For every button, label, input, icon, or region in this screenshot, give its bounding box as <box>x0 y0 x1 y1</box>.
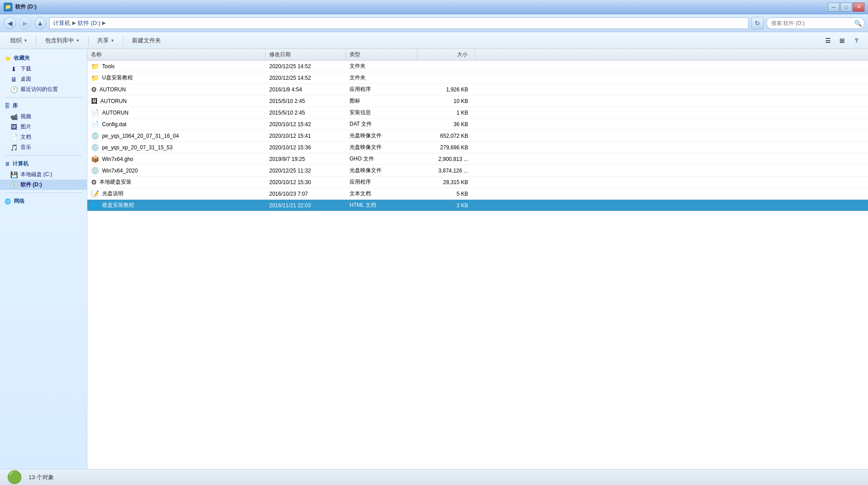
file-cell-size: 28,315 KB <box>417 177 475 188</box>
file-icon-folder: 📁 <box>91 62 99 70</box>
maximize-button[interactable]: □ <box>840 3 852 12</box>
new-folder-button[interactable]: 新建文件夹 <box>127 34 166 47</box>
table-row[interactable]: 📝 光盘说明 2016/10/23 7:07 文本文档 5 KB <box>87 188 868 200</box>
sidebar-favorites-header[interactable]: ⭐ 收藏夹 <box>0 53 87 64</box>
file-cell-size: 652,072 KB <box>417 130 475 141</box>
file-icon-txt: 📝 <box>91 190 99 198</box>
file-name-label: 本地硬盘安装 <box>99 178 132 186</box>
table-row[interactable]: 📁 U盘安装教程 2020/12/25 14:52 文件夹 <box>87 72 868 84</box>
file-cell-date: 2020/10/12 15:30 <box>266 177 346 188</box>
share-button[interactable]: 共享 ▼ <box>92 34 119 47</box>
breadcrumb-sep-1: ▶ <box>72 20 76 26</box>
table-row[interactable]: ⚙ 本地硬盘安装 2020/10/12 15:30 应用程序 28,315 KB <box>87 177 868 188</box>
close-button[interactable]: ✕ <box>853 3 864 12</box>
file-cell-date: 2019/9/7 19:25 <box>266 153 346 164</box>
sidebar: ⭐ 收藏夹 ⬇ 下载 🖥 桌面 🕐 最近访问的位置 🗄 库 <box>0 49 87 469</box>
file-cell-date: 2020/12/25 11:32 <box>266 165 346 176</box>
sidebar-item-download[interactable]: ⬇ 下载 <box>0 64 87 74</box>
file-cell-name: 📁 U盘安装教程 <box>87 72 266 83</box>
file-cell-date: 2016/10/23 7:07 <box>266 188 346 199</box>
table-row[interactable]: ⚙ AUTORUN 2016/1/8 4:54 应用程序 1,926 KB <box>87 84 868 95</box>
toolbar-sep-3 <box>123 35 123 46</box>
file-cell-name: 💿 Win7x64_2020 <box>87 165 266 176</box>
file-name-label: Win7x64_2020 <box>102 168 138 174</box>
sidebar-item-music[interactable]: 🎵 音乐 <box>0 142 87 152</box>
help-button[interactable]: ? <box>850 34 863 47</box>
table-row[interactable]: 📦 Win7x64.gho 2019/9/7 19:25 GHO 文件 2,90… <box>87 153 868 165</box>
table-row[interactable]: 💿 pe_yqs_1064_20_07_31_16_04 2020/10/12 … <box>87 130 868 142</box>
up-button[interactable]: ▲ <box>34 17 46 29</box>
refresh-button[interactable]: ↻ <box>751 17 764 29</box>
file-rows-container: 📁 Tools 2020/12/25 14:52 文件夹 📁 U盘安装教程 20… <box>87 61 868 211</box>
table-row[interactable]: 📄 AUTORUN 2015/5/10 2:45 安装信息 1 KB <box>87 107 868 119</box>
title-bar: 📁 软件 (D:) ─ □ ✕ <box>0 0 868 14</box>
file-cell-size: 279,696 KB <box>417 142 475 153</box>
file-cell-type: 光盘映像文件 <box>346 142 417 153</box>
file-cell-name: ⚙ 本地硬盘安装 <box>87 177 266 188</box>
view-toggle-button[interactable]: ☰ <box>822 34 834 47</box>
sidebar-computer-header[interactable]: 🖥 计算机 <box>0 158 87 169</box>
sidebar-library-header[interactable]: 🗄 库 <box>0 100 87 111</box>
sidebar-item-picture[interactable]: 🖼 图片 <box>0 122 87 132</box>
organize-button[interactable]: 组织 ▼ <box>5 34 33 47</box>
status-count: 13 个对象 <box>29 473 54 481</box>
file-icon-dat: 📄 <box>91 109 99 117</box>
col-header-type[interactable]: 类型 <box>346 49 417 60</box>
back-button[interactable]: ◀ <box>4 17 16 29</box>
col-header-size[interactable]: 大小 <box>417 49 475 60</box>
file-cell-date: 2020/12/25 14:52 <box>266 72 346 83</box>
sidebar-item-c-drive[interactable]: 💾 本地磁盘 (C:) <box>0 169 87 180</box>
file-cell-size: 3,874,126 ... <box>417 165 475 176</box>
sidebar-section-network: 🌐 网络 <box>0 196 87 207</box>
d-drive-icon: 💿 <box>10 181 18 189</box>
file-cell-name: 📄 AUTORUN <box>87 107 266 118</box>
file-cell-size: 1 KB <box>417 107 475 118</box>
empty-area[interactable] <box>87 211 868 300</box>
col-header-name[interactable]: 名称 <box>87 49 266 60</box>
add-to-lib-button[interactable]: 包含到库中 ▼ <box>40 34 85 47</box>
file-cell-name: 🌐 硬盘安装教程 <box>87 200 266 211</box>
search-input[interactable] <box>766 17 864 29</box>
sidebar-item-recent[interactable]: 🕐 最近访问的位置 <box>0 84 87 95</box>
sidebar-item-desktop[interactable]: 🖥 桌面 <box>0 74 87 84</box>
add-lib-arrow: ▼ <box>76 38 80 43</box>
search-icon[interactable]: 🔍 <box>854 20 862 27</box>
file-list-header: 名称 修改日期 类型 大小 <box>87 49 868 61</box>
forward-button[interactable]: ▶ <box>19 17 31 29</box>
table-row[interactable]: 🌐 硬盘安装教程 2016/11/21 22:03 HTML 文档 3 KB <box>87 200 868 211</box>
file-name-label: 光盘说明 <box>102 190 123 197</box>
title-bar-buttons: ─ □ ✕ <box>828 3 864 12</box>
breadcrumb-computer[interactable]: 计算机 <box>53 19 70 27</box>
file-cell-type: 文本文档 <box>346 188 417 199</box>
file-icon-folder: 📁 <box>91 74 99 82</box>
table-row[interactable]: 💿 Win7x64_2020 2020/12/25 11:32 光盘映像文件 3… <box>87 165 868 177</box>
table-row[interactable]: 🖼 AUTORUN 2015/5/10 2:45 图标 10 KB <box>87 95 868 107</box>
file-cell-type: 文件夹 <box>346 72 417 83</box>
sidebar-item-video[interactable]: 📹 视频 <box>0 111 87 122</box>
col-header-date[interactable]: 修改日期 <box>266 49 346 60</box>
star-icon: ⭐ <box>4 55 11 62</box>
file-name-label: Config.dat <box>102 121 127 127</box>
file-icon-iso: 💿 <box>91 167 99 175</box>
status-icon: 🟢 <box>5 470 23 485</box>
sidebar-item-document[interactable]: 📄 文档 <box>0 132 87 142</box>
share-arrow: ▼ <box>111 38 115 43</box>
sidebar-network-header[interactable]: 🌐 网络 <box>0 196 87 207</box>
file-icon-app: ⚙ <box>91 86 97 94</box>
table-row[interactable]: 📁 Tools 2020/12/25 14:52 文件夹 <box>87 61 868 72</box>
file-cell-name: 📄 Config.dat <box>87 119 266 130</box>
computer-icon: 🖥 <box>4 161 10 167</box>
table-row[interactable]: 💿 pe_yqs_xp_20_07_31_15_53 2020/10/12 15… <box>87 142 868 153</box>
file-cell-name: 🖼 AUTORUN <box>87 95 266 107</box>
sidebar-divider-3 <box>4 193 82 193</box>
view-details-button[interactable]: ⊞ <box>836 34 848 47</box>
file-cell-type: 图标 <box>346 95 417 107</box>
table-row[interactable]: 📄 Config.dat 2020/10/12 15:42 DAT 文件 36 … <box>87 119 868 130</box>
sidebar-item-d-drive[interactable]: 💿 软件 (D:) <box>0 180 87 190</box>
minimize-button[interactable]: ─ <box>828 3 839 12</box>
file-cell-date: 2020/10/12 15:41 <box>266 130 346 141</box>
status-bar: 🟢 13 个对象 <box>0 469 868 485</box>
file-cell-type: 文件夹 <box>346 61 417 72</box>
breadcrumb-software[interactable]: 软件 (D:) <box>78 19 100 27</box>
music-icon: 🎵 <box>10 144 18 151</box>
